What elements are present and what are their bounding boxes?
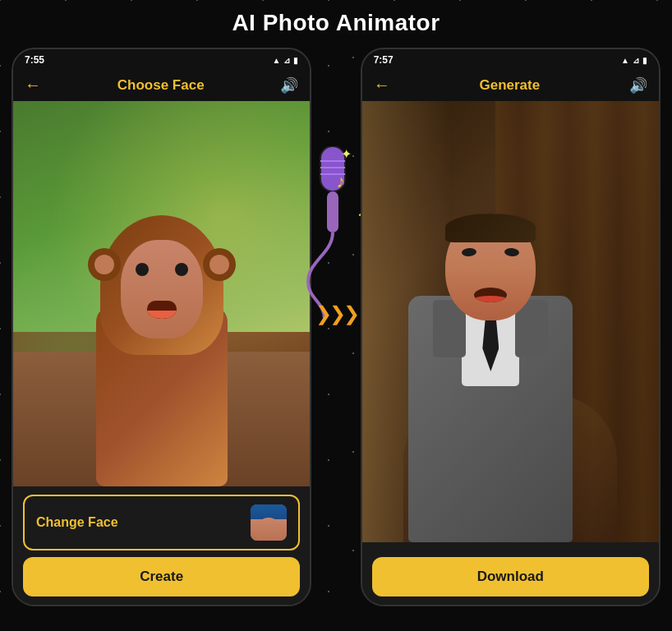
time-right: 7:57 [374,54,394,66]
wifi-icon-right: ⊿ [633,56,639,65]
nav-title-left: Choose Face [117,77,205,94]
music-note-1: ♪ [336,171,345,192]
forward-arrows: ❯❯❯ [315,302,357,325]
nav-bar-left: ← Choose Face 🔊 [13,69,310,101]
download-label: Download [477,569,544,584]
create-label: Create [140,569,183,584]
ear-inner-right [209,255,229,274]
sound-button-left[interactable]: 🔊 [280,76,298,94]
eye-right [175,263,188,276]
status-icons-right: ▲ ⊿ ▮ [621,56,647,65]
middle-decorations: ✦ ♪ ♫ ❯❯❯ [311,48,360,606]
signal-icon-right: ▲ [621,56,629,65]
suit-scene [362,101,659,542]
tongue [147,311,177,319]
monkey-scene [13,101,310,486]
battery-icon: ▮ [293,56,298,65]
hair [445,214,536,242]
ear-left [88,248,121,281]
svg-text:✦: ✦ [341,147,352,161]
download-button[interactable]: Download [372,557,649,596]
sound-button-right[interactable]: 🔊 [629,76,647,94]
signal-icon: ▲ [272,56,280,65]
change-face-button[interactable]: Change Face [23,495,300,550]
head [445,214,536,320]
mouth [147,301,177,319]
phone-right: 7:57 ▲ ⊿ ▮ ← Generate 🔊 [361,48,660,606]
ear-right [203,248,236,281]
svg-rect-5 [327,191,338,233]
back-button-right[interactable]: ← [374,76,390,94]
phones-container: 7:55 ▲ ⊿ ▮ ← Choose Face 🔊 [12,48,660,606]
face-thumbnail [251,504,287,541]
app-title: AI Photo Animator [232,10,440,36]
head-area [100,215,223,355]
nav-title-right: Generate [479,77,540,94]
mouth-talk [474,288,507,302]
phone-bottom-left: Change Face Create [13,486,310,605]
status-bar-left: 7:55 ▲ ⊿ ▮ [13,49,310,69]
status-icons-left: ▲ ⊿ ▮ [272,56,298,65]
face-head [255,518,282,541]
wifi-icon: ⊿ [283,56,290,65]
change-face-label: Change Face [36,515,118,530]
time-left: 7:55 [25,54,44,66]
face-thumb-img [251,504,287,541]
status-bar-right: 7:57 ▲ ⊿ ▮ [362,49,659,69]
create-button[interactable]: Create [23,557,300,596]
lower-lip [474,296,507,302]
back-button-left[interactable]: ← [25,76,41,94]
battery-icon-right: ▮ [642,56,647,65]
phone-bottom-right: Download [362,542,659,605]
costume-body [80,223,244,486]
ear-inner-left [94,255,114,274]
eye-left [136,263,149,276]
face [121,240,203,339]
phone-image-right [362,101,659,542]
suit-jacket [408,296,573,542]
nav-bar-right: ← Generate 🔊 [362,69,659,101]
phone-image-left [13,101,310,486]
suit-figure [392,181,589,542]
phone-left: 7:55 ▲ ⊿ ▮ ← Choose Face 🔊 [12,48,311,606]
